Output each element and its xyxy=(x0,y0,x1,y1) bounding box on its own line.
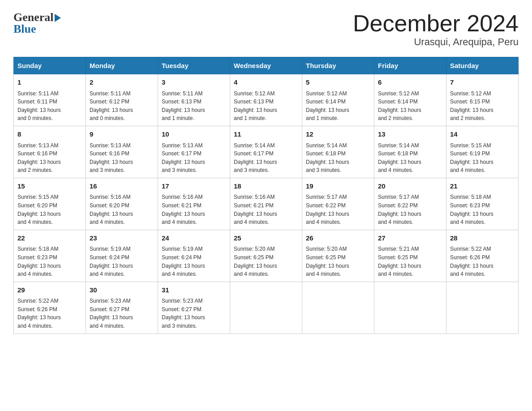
calendar-cell: 17Sunrise: 5:16 AM Sunset: 6:21 PM Dayli… xyxy=(158,178,230,230)
calendar-cell: 8Sunrise: 5:13 AM Sunset: 6:16 PM Daylig… xyxy=(14,126,86,178)
day-number: 27 xyxy=(378,233,442,244)
day-info: Sunrise: 5:13 AM Sunset: 6:16 PM Dayligh… xyxy=(17,141,82,175)
calendar-cell: 28Sunrise: 5:22 AM Sunset: 6:26 PM Dayli… xyxy=(446,230,519,282)
calendar-cell: 19Sunrise: 5:17 AM Sunset: 6:22 PM Dayli… xyxy=(302,178,374,230)
calendar-cell xyxy=(374,282,446,334)
day-number: 11 xyxy=(234,129,298,140)
day-info: Sunrise: 5:16 AM Sunset: 6:21 PM Dayligh… xyxy=(234,193,298,226)
page-header: General Blue December 2024 Urasqui, Areq… xyxy=(13,11,519,48)
day-number: 18 xyxy=(234,181,298,192)
day-number: 19 xyxy=(306,181,370,192)
day-info: Sunrise: 5:16 AM Sunset: 6:21 PM Dayligh… xyxy=(162,193,226,226)
day-info: Sunrise: 5:17 AM Sunset: 6:22 PM Dayligh… xyxy=(306,193,370,226)
day-info: Sunrise: 5:20 AM Sunset: 6:25 PM Dayligh… xyxy=(234,245,298,278)
calendar-cell: 15Sunrise: 5:15 AM Sunset: 6:20 PM Dayli… xyxy=(14,178,86,230)
day-number: 4 xyxy=(234,77,298,88)
calendar-cell: 1Sunrise: 5:11 AM Sunset: 6:11 PM Daylig… xyxy=(14,74,86,126)
day-number: 6 xyxy=(378,77,442,88)
header-thursday: Thursday xyxy=(302,57,374,74)
header-monday: Monday xyxy=(86,57,158,74)
day-number: 17 xyxy=(162,181,226,192)
day-number: 23 xyxy=(90,233,154,244)
day-info: Sunrise: 5:18 AM Sunset: 6:23 PM Dayligh… xyxy=(17,245,82,278)
calendar-cell: 30Sunrise: 5:23 AM Sunset: 6:27 PM Dayli… xyxy=(86,282,158,334)
day-number: 31 xyxy=(162,285,226,295)
day-info: Sunrise: 5:22 AM Sunset: 6:26 PM Dayligh… xyxy=(450,245,515,278)
calendar-cell: 31Sunrise: 5:23 AM Sunset: 6:27 PM Dayli… xyxy=(158,282,230,334)
day-number: 20 xyxy=(378,181,442,192)
day-number: 25 xyxy=(234,233,298,244)
day-info: Sunrise: 5:13 AM Sunset: 6:17 PM Dayligh… xyxy=(162,141,226,175)
logo-arrow-icon xyxy=(55,14,61,22)
day-info: Sunrise: 5:14 AM Sunset: 6:18 PM Dayligh… xyxy=(306,141,370,175)
day-number: 8 xyxy=(17,129,82,140)
day-info: Sunrise: 5:19 AM Sunset: 6:24 PM Dayligh… xyxy=(90,245,154,278)
day-number: 12 xyxy=(306,129,370,140)
calendar-table: SundayMondayTuesdayWednesdayThursdayFrid… xyxy=(13,57,519,334)
calendar-cell: 24Sunrise: 5:19 AM Sunset: 6:24 PM Dayli… xyxy=(158,230,230,282)
day-number: 15 xyxy=(17,181,82,192)
day-number: 5 xyxy=(306,77,370,88)
day-info: Sunrise: 5:18 AM Sunset: 6:23 PM Dayligh… xyxy=(450,193,515,226)
calendar-week-row: 15Sunrise: 5:15 AM Sunset: 6:20 PM Dayli… xyxy=(14,178,519,230)
day-number: 10 xyxy=(162,129,226,140)
calendar-cell: 2Sunrise: 5:11 AM Sunset: 6:12 PM Daylig… xyxy=(86,74,158,126)
day-info: Sunrise: 5:12 AM Sunset: 6:14 PM Dayligh… xyxy=(378,90,442,123)
day-number: 9 xyxy=(90,129,154,140)
title-block: December 2024 Urasqui, Arequipa, Peru xyxy=(353,11,519,48)
header-saturday: Saturday xyxy=(446,57,519,74)
calendar-cell: 18Sunrise: 5:16 AM Sunset: 6:21 PM Dayli… xyxy=(230,178,302,230)
calendar-cell: 14Sunrise: 5:15 AM Sunset: 6:19 PM Dayli… xyxy=(446,126,519,178)
day-number: 7 xyxy=(450,77,515,88)
day-info: Sunrise: 5:11 AM Sunset: 6:11 PM Dayligh… xyxy=(17,90,82,123)
day-number: 13 xyxy=(378,129,442,140)
day-number: 1 xyxy=(17,77,82,88)
calendar-cell xyxy=(302,282,374,334)
day-number: 29 xyxy=(17,285,82,295)
day-info: Sunrise: 5:19 AM Sunset: 6:24 PM Dayligh… xyxy=(162,245,226,278)
day-number: 16 xyxy=(90,181,154,192)
header-friday: Friday xyxy=(374,57,446,74)
calendar-cell: 4Sunrise: 5:12 AM Sunset: 6:13 PM Daylig… xyxy=(230,74,302,126)
day-info: Sunrise: 5:12 AM Sunset: 6:14 PM Dayligh… xyxy=(306,90,370,123)
logo-blue-text: Blue xyxy=(13,22,61,36)
day-info: Sunrise: 5:17 AM Sunset: 6:22 PM Dayligh… xyxy=(378,193,442,226)
calendar-cell xyxy=(446,282,519,334)
calendar-cell: 27Sunrise: 5:21 AM Sunset: 6:25 PM Dayli… xyxy=(374,230,446,282)
day-number: 26 xyxy=(306,233,370,244)
calendar-cell: 26Sunrise: 5:20 AM Sunset: 6:25 PM Dayli… xyxy=(302,230,374,282)
day-number: 21 xyxy=(450,181,515,192)
header-wednesday: Wednesday xyxy=(230,57,302,74)
day-info: Sunrise: 5:22 AM Sunset: 6:26 PM Dayligh… xyxy=(17,297,82,330)
day-info: Sunrise: 5:12 AM Sunset: 6:13 PM Dayligh… xyxy=(234,90,298,123)
day-number: 28 xyxy=(450,233,515,244)
calendar-cell: 3Sunrise: 5:11 AM Sunset: 6:13 PM Daylig… xyxy=(158,74,230,126)
day-info: Sunrise: 5:16 AM Sunset: 6:20 PM Dayligh… xyxy=(90,193,154,226)
day-number: 2 xyxy=(90,77,154,88)
calendar-cell: 13Sunrise: 5:14 AM Sunset: 6:18 PM Dayli… xyxy=(374,126,446,178)
day-number: 14 xyxy=(450,129,515,140)
day-number: 30 xyxy=(90,285,154,295)
calendar-cell: 20Sunrise: 5:17 AM Sunset: 6:22 PM Dayli… xyxy=(374,178,446,230)
calendar-week-row: 29Sunrise: 5:22 AM Sunset: 6:26 PM Dayli… xyxy=(14,282,519,334)
header-tuesday: Tuesday xyxy=(158,57,230,74)
calendar-cell: 10Sunrise: 5:13 AM Sunset: 6:17 PM Dayli… xyxy=(158,126,230,178)
calendar-cell: 9Sunrise: 5:13 AM Sunset: 6:16 PM Daylig… xyxy=(86,126,158,178)
calendar-cell: 7Sunrise: 5:12 AM Sunset: 6:15 PM Daylig… xyxy=(446,74,519,126)
day-info: Sunrise: 5:15 AM Sunset: 6:20 PM Dayligh… xyxy=(17,193,82,226)
calendar-cell: 22Sunrise: 5:18 AM Sunset: 6:23 PM Dayli… xyxy=(14,230,86,282)
day-info: Sunrise: 5:23 AM Sunset: 6:27 PM Dayligh… xyxy=(90,297,154,330)
calendar-cell: 25Sunrise: 5:20 AM Sunset: 6:25 PM Dayli… xyxy=(230,230,302,282)
day-info: Sunrise: 5:14 AM Sunset: 6:18 PM Dayligh… xyxy=(378,141,442,175)
calendar-week-row: 1Sunrise: 5:11 AM Sunset: 6:11 PM Daylig… xyxy=(14,74,519,126)
day-info: Sunrise: 5:15 AM Sunset: 6:19 PM Dayligh… xyxy=(450,141,515,175)
day-number: 22 xyxy=(17,233,82,244)
calendar-week-row: 22Sunrise: 5:18 AM Sunset: 6:23 PM Dayli… xyxy=(14,230,519,282)
day-info: Sunrise: 5:14 AM Sunset: 6:17 PM Dayligh… xyxy=(234,141,298,175)
calendar-cell: 11Sunrise: 5:14 AM Sunset: 6:17 PM Dayli… xyxy=(230,126,302,178)
header-sunday: Sunday xyxy=(14,57,86,74)
month-title: December 2024 xyxy=(353,11,519,36)
day-info: Sunrise: 5:11 AM Sunset: 6:12 PM Dayligh… xyxy=(90,90,154,123)
day-info: Sunrise: 5:12 AM Sunset: 6:15 PM Dayligh… xyxy=(450,90,515,123)
day-info: Sunrise: 5:23 AM Sunset: 6:27 PM Dayligh… xyxy=(162,297,226,330)
